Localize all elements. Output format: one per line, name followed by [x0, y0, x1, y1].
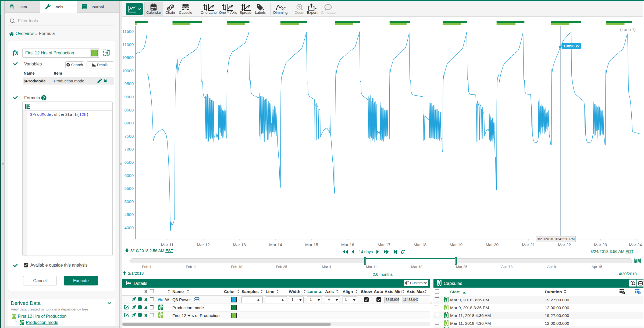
svg-text:Mar 15: Mar 15 [305, 242, 318, 247]
svg-text:5500: 5500 [124, 186, 134, 191]
svg-text:Mar 13: Mar 13 [233, 242, 246, 247]
svg-text:4000: 4000 [124, 225, 134, 230]
svg-text:6500: 6500 [124, 160, 134, 165]
svg-text:11000: 11000 [122, 42, 134, 47]
svg-text:10000: 10000 [122, 68, 134, 73]
svg-text:Mar 23: Mar 23 [594, 242, 607, 247]
svg-text:9500: 9500 [124, 81, 134, 86]
svg-text:8500: 8500 [124, 108, 134, 112]
svg-text:6000: 6000 [124, 173, 134, 178]
svg-text:11500: 11500 [122, 29, 134, 34]
svg-text:7500: 7500 [124, 134, 134, 138]
svg-text:Mar 18: Mar 18 [414, 242, 426, 247]
svg-text:(Lane 1): (Lane 1) [620, 27, 636, 32]
svg-text:Mar 24: Mar 24 [629, 242, 642, 247]
svg-text:Mar 11: Mar 11 [161, 242, 173, 247]
svg-text:Mar 17: Mar 17 [378, 242, 390, 247]
svg-text:Mar 19: Mar 19 [450, 242, 462, 247]
svg-text:3/21/2018 10:42:20 PM: 3/21/2018 10:42:20 PM [537, 237, 575, 241]
svg-text:10500: 10500 [122, 55, 134, 60]
svg-text:9000: 9000 [124, 95, 134, 99]
svg-text:7000: 7000 [124, 147, 134, 151]
svg-text:Mar 22: Mar 22 [558, 242, 571, 247]
svg-text:8000: 8000 [124, 121, 134, 125]
svg-text:Mar 21: Mar 21 [522, 242, 535, 247]
svg-text:4500: 4500 [124, 212, 134, 217]
svg-text:Mar 16: Mar 16 [341, 242, 354, 247]
svg-text:Mar 14: Mar 14 [269, 242, 282, 247]
svg-text:5000: 5000 [124, 199, 134, 204]
svg-text:Mar 20: Mar 20 [486, 242, 499, 247]
svg-text:Mar 12: Mar 12 [197, 242, 210, 247]
svg-text:10896 W: 10896 W [563, 44, 580, 48]
